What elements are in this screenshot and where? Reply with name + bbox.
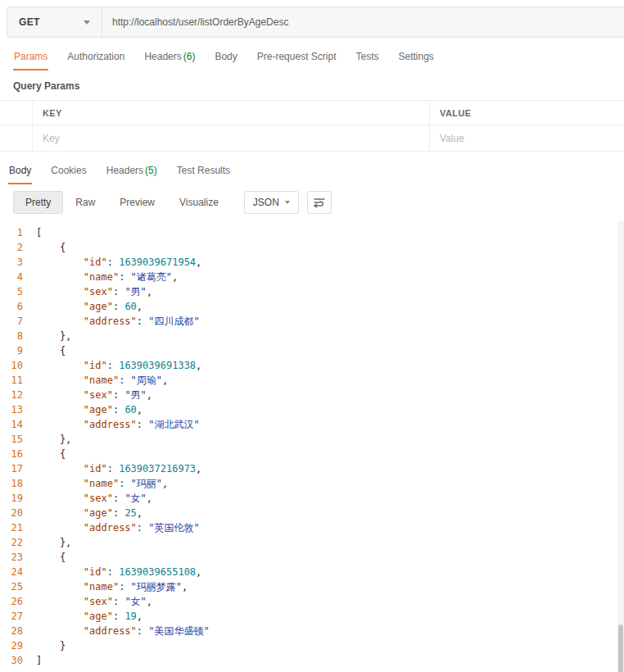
code-line: 2 { [0,240,624,255]
code-line: 28 "address": "美国华盛顿" [0,624,624,638]
format-select-value: JSON [253,197,279,208]
code-line-content: "age": 19, [36,609,142,624]
code-line: 20 "age": 25, [0,506,624,520]
code-view[interactable]: 1[2 {3 "id": 1639039671954,4 "name": "诸葛… [0,220,624,672]
postman-request-view: GET http://localhost/user/listOrderByAge… [0,7,624,672]
wrap-lines-button[interactable] [307,191,332,214]
tab-headers[interactable]: Headers(6) [143,41,196,70]
code-line: 6 "age": 60, [0,299,624,314]
response-tab-cookies-label: Cookies [51,165,86,176]
response-tab-body-label: Body [9,165,31,176]
code-line: 18 "name": "玛丽", [0,476,624,491]
line-number: 8 [0,329,36,343]
view-mode-segment: Pretty Raw Preview Visualize [13,191,231,214]
row-gutter [0,101,33,125]
tab-authorization-label: Authorization [67,51,124,62]
line-number: 11 [0,373,36,388]
line-number: 4 [0,270,36,284]
code-line-content: [ [36,225,42,240]
code-line: 12 "sex": "男", [0,388,624,402]
code-line-content: { [36,240,66,255]
code-line: 10 "id": 1639039691338, [0,358,624,373]
code-line: 25 "name": "玛丽梦露", [0,579,624,594]
tab-authorization[interactable]: Authorization [66,41,125,70]
query-params-header-row: KEY VALUE [0,101,624,125]
code-line-content: }, [36,432,71,447]
code-line-content: "age": 60, [36,299,142,314]
pretty-button[interactable]: Pretty [13,191,63,214]
tab-params-label: Params [14,51,47,62]
code-line: 9 { [0,343,624,358]
code-line-content: "name": "诸葛亮", [36,270,178,284]
tab-tests-label: Tests [355,51,378,62]
request-bar: GET http://localhost/user/listOrderByAge… [7,7,624,38]
response-tab-body[interactable]: Body [8,155,32,184]
code-line-content: { [36,550,66,565]
url-text: http://localhost/user/listOrderByAgeDesc [112,16,288,28]
code-line-content: "sex": "女", [36,491,152,506]
tab-pre-request-script[interactable]: Pre-request Script [256,41,337,70]
code-line: 4 "name": "诸葛亮", [0,270,624,284]
line-number: 19 [0,491,36,506]
scrollbar-thumb[interactable] [618,624,623,672]
tab-settings-label: Settings [399,51,434,62]
line-number: 16 [0,447,36,461]
preview-button[interactable]: Preview [107,191,167,214]
code-line-content: "sex": "女", [36,594,152,609]
code-line: 7 "address": "四川成都" [0,314,624,329]
code-line-content: "age": 60, [36,402,142,417]
tab-body[interactable]: Body [214,41,237,70]
code-line: 1[ [0,225,624,240]
tab-tests[interactable]: Tests [355,41,379,70]
code-line-content: { [36,447,66,461]
code-line: 26 "sex": "女", [0,594,624,609]
response-tab-test-results-label: Test Results [177,165,230,176]
response-tabs: Body Cookies Headers(5) Test Results [0,155,624,184]
tab-params[interactable]: Params [13,41,48,70]
line-number: 14 [0,417,36,432]
value-column-header: VALUE [430,101,624,125]
line-number: 7 [0,314,36,329]
code-line-content: "id": 1639037216973, [36,461,201,476]
method-select[interactable]: GET [7,7,102,37]
tab-body-label: Body [215,51,237,62]
code-line: 29 } [0,638,624,653]
url-input[interactable]: http://localhost/user/listOrderByAgeDesc [102,7,624,37]
code-line-content: ] [36,653,42,668]
line-number: 26 [0,594,36,609]
line-number: 27 [0,609,36,624]
vertical-scrollbar[interactable] [617,221,624,672]
line-number: 23 [0,550,36,565]
line-number: 15 [0,432,36,447]
line-number: 22 [0,535,36,550]
format-select[interactable]: JSON [244,191,299,214]
code-line-content: { [36,343,66,358]
response-tab-headers[interactable]: Headers(5) [106,155,158,184]
code-line: 30] [0,653,624,668]
response-tab-cookies[interactable]: Cookies [50,155,87,184]
code-line: 15 }, [0,432,624,447]
code-line-content: "id": 1639039671954, [36,255,201,270]
visualize-button[interactable]: Visualize [167,191,231,214]
code-line-content: }, [36,329,71,343]
line-number: 20 [0,506,36,520]
code-line-content: "sex": "男", [36,284,152,299]
response-tab-test-results[interactable]: Test Results [176,155,231,184]
request-tabs: Params Authorization Headers(6) Body Pre… [0,41,624,70]
line-number: 18 [0,476,36,491]
raw-button[interactable]: Raw [63,191,107,214]
code-line-content: "address": "湖北武汉" [36,417,200,432]
line-number: 21 [0,520,36,535]
line-number: 13 [0,402,36,417]
code-line: 27 "age": 19, [0,609,624,624]
code-line-content: "id": 1639039655108, [36,565,201,579]
tab-settings[interactable]: Settings [398,41,435,70]
key-input[interactable]: Key [33,125,430,151]
line-number: 10 [0,358,36,373]
value-input[interactable]: Value [430,125,624,151]
code-line: 11 "name": "周瑜", [0,373,624,388]
line-number: 2 [0,240,36,255]
code-line: 8 }, [0,329,624,343]
line-number: 9 [0,343,36,358]
line-number: 28 [0,624,36,638]
